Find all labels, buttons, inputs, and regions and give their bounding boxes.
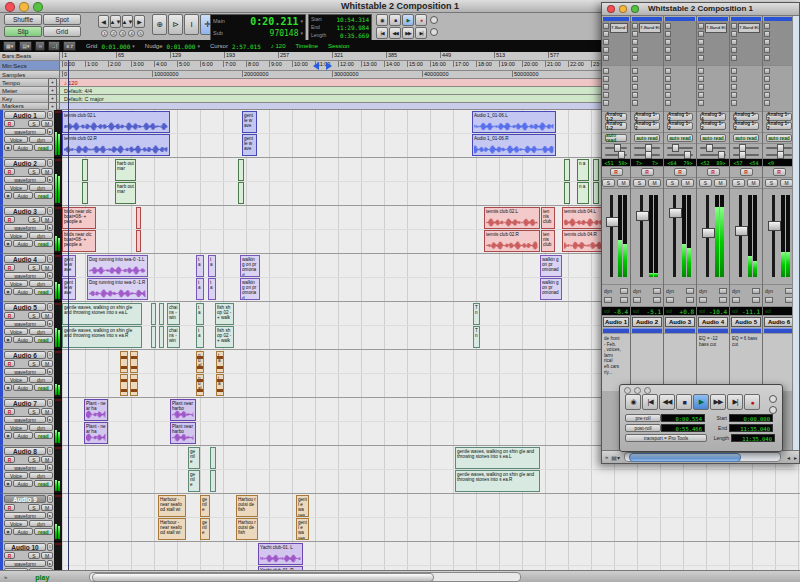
- online-button[interactable]: ◉: [376, 14, 388, 26]
- dyn-widget-icon[interactable]: [653, 288, 661, 294]
- clip[interactable]: Harbou r outsi de fish: [236, 495, 258, 517]
- track-name[interactable]: Audio 2: [4, 159, 46, 167]
- clip[interactable]: [151, 303, 156, 325]
- record-enable-button[interactable]: R: [610, 168, 623, 176]
- auto-mode-button[interactable]: read: [34, 192, 54, 199]
- insert-slot[interactable]: [665, 31, 671, 37]
- insert-slot[interactable]: [698, 55, 704, 61]
- clip[interactable]: Harbou r outsi de fish: [236, 518, 258, 540]
- insert-slot[interactable]: [603, 39, 609, 45]
- dyn-widget-icon[interactable]: [686, 288, 694, 294]
- send-slot[interactable]: [665, 68, 671, 74]
- dyn-selector[interactable]: dyn: [29, 232, 53, 239]
- keyboard-focus-icon[interactable]: a z: [63, 41, 76, 51]
- clip[interactable]: tennis club 04.R: [562, 230, 606, 252]
- clip[interactable]: gent le w ave: [242, 134, 257, 156]
- clip[interactable]: tennis club 04.L: [562, 207, 606, 229]
- clip[interactable]: t a: [196, 255, 204, 277]
- automation-icon[interactable]: ◉: [4, 288, 12, 295]
- dyn-selector[interactable]: dyn: [29, 472, 53, 479]
- clip[interactable]: Harbour - near seafo od stall wi: [158, 518, 186, 540]
- voice-selector[interactable]: Voice: [4, 232, 28, 239]
- pan-slider[interactable]: [730, 144, 762, 151]
- insert-slot[interactable]: [698, 23, 704, 29]
- track-view-arrow-icon[interactable]: ▸: [47, 512, 53, 519]
- automation-mode-button[interactable]: auto read: [605, 134, 627, 142]
- minimize-icon[interactable]: [634, 387, 641, 394]
- dyn-selector[interactable]: dyn: [29, 424, 53, 431]
- automation-icon[interactable]: ◉: [4, 432, 12, 439]
- clip[interactable]: Audio 1_01-06.R: [472, 134, 556, 156]
- knob-icon[interactable]: [769, 395, 777, 403]
- send-slot[interactable]: [764, 84, 770, 90]
- clip[interactable]: tennis club 02.R: [62, 134, 170, 156]
- insert-slot[interactable]: [603, 31, 609, 37]
- auto-mode-button[interactable]: read: [34, 240, 54, 247]
- clip[interactable]: gentle waves, walking on shin gle and th…: [62, 326, 142, 348]
- sub-counter[interactable]: 970148: [229, 29, 298, 38]
- solo-button[interactable]: S: [28, 408, 40, 415]
- chevron-down-icon[interactable]: ▾: [300, 30, 303, 36]
- scrollbar-thumb[interactable]: [629, 453, 741, 462]
- timeline-selection-end-marker[interactable]: [326, 62, 332, 70]
- return-to-zero-button[interactable]: |◀: [642, 394, 658, 410]
- zoom-preset-3[interactable]: 3: [119, 30, 126, 37]
- dyn-selector[interactable]: dyn: [29, 520, 53, 527]
- track-name[interactable]: Audio 3: [4, 207, 46, 215]
- automation-mode-button[interactable]: auto read: [766, 134, 792, 142]
- insert-slot[interactable]: [764, 39, 770, 45]
- minimize-icon[interactable]: [619, 5, 627, 13]
- automation-icon[interactable]: ◉: [4, 144, 12, 151]
- clip[interactable]: t a: [196, 303, 204, 325]
- track-view-arrow-icon[interactable]: ▸: [47, 176, 53, 183]
- clip[interactable]: Plant near harbo: [170, 399, 196, 421]
- clip[interactable]: gent le w ave: [62, 255, 76, 277]
- mute-button[interactable]: M: [41, 312, 53, 319]
- mix-titlebar[interactable]: Whitstable 2 Composition 1: [602, 3, 799, 16]
- input-selector[interactable]: Analog 1-2: [766, 113, 792, 121]
- dyn-widget-icon[interactable]: [719, 288, 727, 294]
- track-view-selector[interactable]: waveform: [4, 128, 46, 135]
- fader-thumb[interactable]: [735, 226, 748, 236]
- auto-button[interactable]: Auto: [13, 528, 33, 535]
- solo-button[interactable]: S: [28, 552, 40, 559]
- clip[interactable]: gentl e wa ves,: [296, 518, 309, 540]
- track-view-arrow-icon[interactable]: ▸: [47, 320, 53, 327]
- insert-plugin-button[interactable]: 7-Band EQ3: [639, 23, 661, 33]
- clip[interactable]: [130, 374, 138, 396]
- clip[interactable]: [159, 326, 164, 348]
- mute-button[interactable]: M: [41, 552, 53, 559]
- clip[interactable]: tennis club 02.L: [484, 207, 540, 229]
- clip[interactable]: harb out mar: [115, 159, 136, 181]
- track-view-arrow-icon[interactable]: ▸: [47, 464, 53, 471]
- dyn-selector[interactable]: dyn: [29, 280, 53, 287]
- pan-slider[interactable]: [763, 144, 794, 151]
- insert-slot[interactable]: [764, 23, 770, 29]
- insert-slot[interactable]: [632, 31, 638, 37]
- clip[interactable]: Harbour - near seafo od stall wi: [158, 495, 186, 517]
- output-selector[interactable]: Analog 1-2: [667, 122, 693, 130]
- track-view-selector[interactable]: waveform: [4, 320, 46, 327]
- pre-roll-value[interactable]: 0:00.554: [661, 414, 705, 422]
- send-slot[interactable]: [632, 76, 638, 82]
- strip-track-name[interactable]: Audio 3: [665, 317, 695, 327]
- clip[interactable]: [564, 159, 570, 181]
- send-slot[interactable]: [665, 84, 671, 90]
- pan-slider[interactable]: [602, 144, 630, 151]
- clip[interactable]: t a: [216, 351, 224, 373]
- track-height-icon[interactable]: ▦▾: [3, 41, 16, 51]
- meter-widget-icon[interactable]: [653, 297, 661, 303]
- zoom-in-horizontal-icon[interactable]: ▶: [134, 15, 145, 28]
- strip-comments[interactable]: [763, 333, 794, 391]
- pan-slider[interactable]: [664, 144, 696, 151]
- clip[interactable]: [593, 182, 599, 204]
- auto-button[interactable]: Auto: [13, 336, 33, 343]
- chevron-down-icon[interactable]: ▾: [132, 43, 135, 49]
- fader-thumb[interactable]: [636, 211, 649, 221]
- clip[interactable]: gent le w ave: [242, 111, 257, 133]
- online-button[interactable]: ◉: [625, 394, 641, 410]
- strip-comments[interactable]: [664, 333, 696, 391]
- clip[interactable]: Plant - ne ar ha: [84, 422, 108, 444]
- clip[interactable]: walkin g on pr omonad: [540, 255, 562, 277]
- clip[interactable]: [564, 182, 570, 204]
